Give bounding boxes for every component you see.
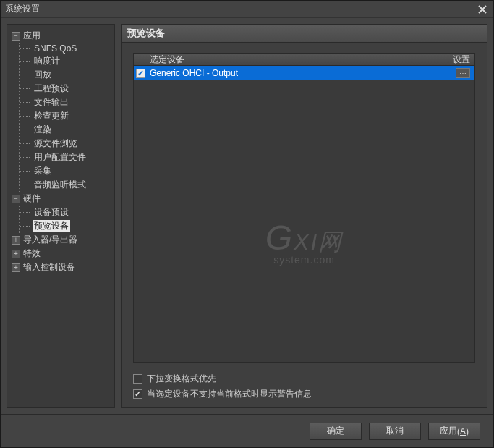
expand-icon[interactable]: + [12, 250, 20, 258]
content-panel: 预览设备 选定设备 设置 Generic OHCI - Output [121, 24, 487, 408]
cancel-button[interactable]: 取消 [369, 423, 421, 440]
tree-item-hardware[interactable]: − 硬件 [9, 192, 113, 206]
bottom-options: 下拉变换格式优先 当选定设备不支持当前格式时显示警告信息 [133, 370, 475, 400]
collapse-icon[interactable]: − [12, 32, 20, 41]
sidebar: − 应用 SNFS QoS 响度计 回放 工程预设 文件输出 检查更新 渲染 源… [7, 24, 115, 408]
tree-item-input-devices[interactable]: + 输入控制设备 [9, 261, 113, 274]
list-header: 选定设备 设置 [133, 53, 475, 66]
header-settings: 设置 [438, 54, 474, 66]
tree-item-application[interactable]: − 应用 [9, 29, 113, 43]
option-warn-unsupported[interactable]: 当选定设备不支持当前格式时显示警告信息 [133, 388, 475, 400]
checkbox-warn-unsupported[interactable] [133, 389, 142, 399]
device-row-settings-wrap: ⋯ [453, 68, 474, 78]
tree-item-snfs-qos[interactable]: SNFS QoS [20, 43, 113, 54]
tree-item-effects[interactable]: + 特效 [9, 247, 113, 261]
checkbox-pulldown-priority[interactable] [133, 374, 142, 384]
tree-item-importer-exporter[interactable]: + 导入器/导出器 [9, 233, 113, 247]
device-row[interactable]: Generic OHCI - Output ⋯ [134, 66, 474, 80]
tree-item-loudness[interactable]: 响度计 [20, 54, 113, 68]
tree-item-file-output[interactable]: 文件输出 [20, 96, 113, 109]
tree-item-project-preset[interactable]: 工程预设 [20, 82, 113, 96]
dialog-body: − 应用 SNFS QoS 响度计 回放 工程预设 文件输出 检查更新 渲染 源… [1, 18, 493, 414]
device-row-checkbox-wrap [134, 69, 147, 78]
footer: 确定 取消 应用(A) [1, 414, 493, 447]
label-pulldown-priority: 下拉变换格式优先 [147, 373, 216, 385]
device-list: 选定设备 设置 Generic OHCI - Output ⋯ [133, 53, 475, 363]
close-icon [478, 5, 487, 14]
expand-icon[interactable]: + [12, 236, 20, 245]
tree-item-source-browse[interactable]: 源文件浏览 [20, 137, 113, 151]
expand-icon[interactable]: + [12, 263, 20, 272]
label-warn-unsupported: 当选定设备不支持当前格式时显示警告信息 [147, 388, 312, 400]
titlebar: 系统设置 [1, 1, 493, 18]
tree-item-capture[interactable]: 采集 [20, 164, 113, 178]
tree-item-preview-device[interactable]: 预览设备 [20, 219, 113, 233]
tree-item-audio-monitor[interactable]: 音频监听模式 [20, 178, 113, 192]
tree-item-user-profile[interactable]: 用户配置文件 [20, 151, 113, 164]
tree-root: − 应用 SNFS QoS 响度计 回放 工程预设 文件输出 检查更新 渲染 源… [9, 29, 113, 274]
collapse-icon[interactable]: − [12, 195, 20, 203]
close-button[interactable] [476, 3, 489, 16]
tree-item-device-preset[interactable]: 设备预设 [20, 206, 113, 219]
window-title: 系统设置 [5, 3, 476, 15]
ok-button[interactable]: 确定 [310, 423, 362, 440]
tree-item-render[interactable]: 渲染 [20, 123, 113, 137]
watermark: GXI网 system.com [265, 218, 344, 266]
device-row-name: Generic OHCI - Output [147, 68, 453, 78]
section-title: 预览设备 [121, 24, 487, 43]
option-pulldown-priority[interactable]: 下拉变换格式优先 [133, 373, 475, 385]
tree-item-playback[interactable]: 回放 [20, 68, 113, 82]
system-settings-window: 系统设置 − 应用 SNFS QoS 响度计 回放 工程预设 文件输出 检查更新… [0, 0, 494, 448]
apply-button[interactable]: 应用(A) [428, 423, 480, 440]
list-body: Generic OHCI - Output ⋯ GXI网 system.com [133, 66, 475, 363]
device-row-settings-button[interactable]: ⋯ [456, 68, 470, 78]
device-row-checkbox[interactable] [136, 69, 145, 78]
section-body: 选定设备 设置 Generic OHCI - Output ⋯ [121, 43, 487, 408]
tree-item-check-update[interactable]: 检查更新 [20, 109, 113, 123]
header-selected-device: 选定设备 [147, 54, 438, 66]
